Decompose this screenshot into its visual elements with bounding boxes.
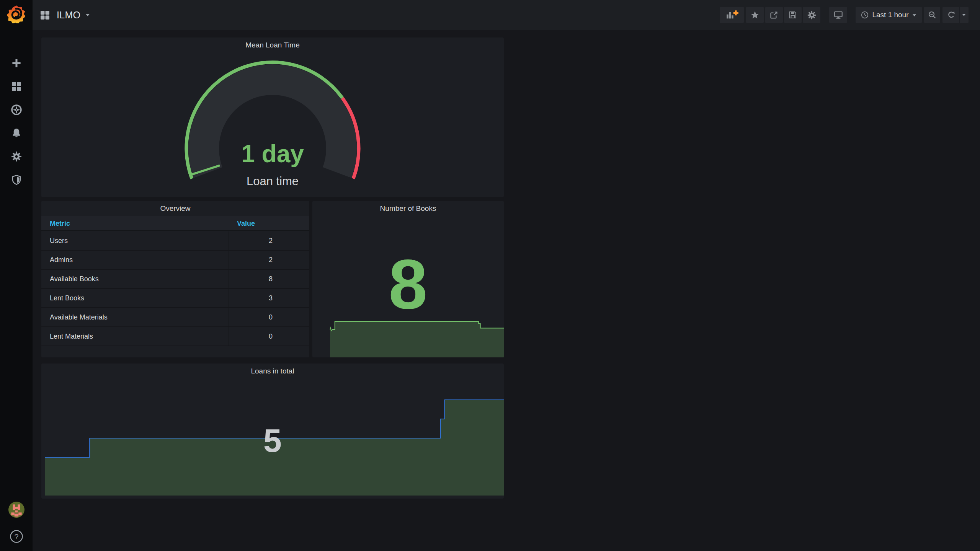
panel-title[interactable]: Number of Books	[312, 204, 504, 213]
cell-metric: Lent Books	[50, 289, 84, 307]
dashboard-caret-icon[interactable]	[85, 12, 90, 18]
refresh-button-group[interactable]	[942, 7, 969, 23]
user-avatar[interactable]	[0, 497, 33, 522]
server-admin-shield-icon[interactable]	[0, 168, 33, 191]
gear-icon	[807, 10, 817, 20]
time-range-label: Last 1 hour	[872, 11, 908, 19]
svg-text:?: ?	[14, 533, 18, 541]
refresh-button[interactable]	[943, 7, 960, 23]
cell-value: 8	[236, 270, 305, 288]
time-range-picker[interactable]: Last 1 hour	[856, 7, 922, 23]
cell-value: 3	[236, 289, 305, 307]
save-button[interactable]	[784, 7, 802, 23]
tv-mode-button[interactable]	[829, 7, 847, 23]
table-body: Users2Admins2Available Books8Lent Books3…	[41, 231, 309, 346]
caret-down-icon	[912, 13, 917, 18]
gauge-chart	[41, 37, 504, 197]
sidebar-bottom: ?	[0, 497, 33, 551]
zoom-out-icon	[928, 10, 937, 20]
column-divider	[229, 231, 229, 346]
alerting-bell-icon[interactable]	[0, 121, 33, 145]
explore-compass-icon[interactable]	[0, 98, 33, 121]
cell-value: 2	[236, 251, 305, 269]
share-icon	[769, 10, 779, 20]
star-icon	[750, 10, 760, 20]
table-row: Admins2	[41, 251, 309, 270]
add-panel-icon	[725, 9, 739, 21]
create-plus-icon[interactable]	[0, 51, 33, 75]
dashboard-title[interactable]: ILMO	[57, 10, 80, 21]
panel-overview: Overview Metric Value Users2Admins2Avail…	[41, 201, 309, 357]
cell-metric: Available Materials	[50, 308, 108, 326]
cell-value: 0	[236, 308, 305, 326]
column-header-value[interactable]: Value	[237, 216, 255, 231]
configuration-gear-icon[interactable]	[0, 145, 33, 168]
dashboard-grid-icon[interactable]	[39, 10, 51, 21]
settings-gear-button[interactable]	[803, 7, 820, 23]
clock-icon	[861, 11, 869, 19]
panel-number-of-books: Number of Books 8	[312, 201, 504, 357]
table-row: Lent Books3	[41, 289, 309, 308]
gauge-label: Loan time	[41, 174, 504, 189]
dashboards-icon[interactable]	[0, 75, 33, 98]
sidebar-menu	[0, 51, 33, 191]
loans-total-value: 5	[41, 423, 504, 458]
panel-mean-loan-time: Mean Loan Time 1 day Loan time	[41, 37, 504, 197]
table-row: Lent Materials0	[41, 327, 309, 346]
cell-metric: Lent Materials	[50, 327, 93, 346]
cell-value: 0	[236, 327, 305, 346]
table-header: Metric Value	[41, 216, 309, 231]
table-row: Available Books8	[41, 270, 309, 289]
refresh-icon	[947, 11, 956, 20]
grafana-logo[interactable]	[7, 5, 26, 23]
cell-metric: Users	[50, 231, 68, 250]
add-panel-button[interactable]	[720, 7, 744, 23]
gauge-value: 1 day	[41, 140, 504, 168]
refresh-interval-caret[interactable]	[960, 7, 969, 23]
panel-loans-in-total: Loans in total 5	[41, 364, 504, 499]
star-button[interactable]	[746, 7, 764, 23]
save-icon	[788, 10, 797, 20]
books-sparkline	[312, 201, 504, 357]
table-row: Available Materials0	[41, 308, 309, 327]
table-row: Users2	[41, 231, 309, 251]
cell-metric: Admins	[50, 251, 73, 269]
monitor-icon	[833, 10, 843, 20]
zoom-out-button[interactable]	[924, 7, 940, 23]
panel-title[interactable]: Overview	[41, 204, 309, 213]
help-icon[interactable]: ?	[0, 522, 33, 551]
cell-metric: Available Books	[50, 270, 99, 288]
panel-title[interactable]: Loans in total	[41, 367, 504, 375]
column-header-metric[interactable]: Metric	[50, 216, 70, 231]
panel-title[interactable]: Mean Loan Time	[41, 41, 504, 49]
share-button[interactable]	[765, 7, 783, 23]
cell-value: 2	[236, 231, 305, 250]
caret-down-icon	[962, 13, 966, 17]
sidebar: ?	[0, 0, 33, 551]
